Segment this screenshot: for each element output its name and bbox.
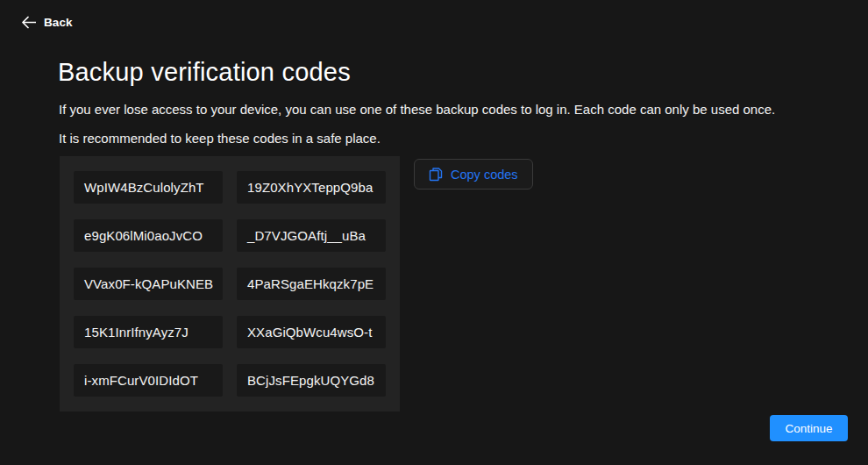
backup-code: _D7VJGOAftj__uBa [237,219,386,252]
description-line-2: It is recommended to keep these codes in… [59,131,381,146]
page-title: Backup verification codes [58,58,351,87]
backup-code: i-xmFCurV0IDIdOT [74,364,223,397]
back-label: Back [44,16,73,29]
backup-codes-panel: WpIW4BzCulolyZhT 19Z0XhYXTeppQ9ba e9gK06… [60,156,400,411]
backup-code: WpIW4BzCulolyZhT [74,171,223,204]
backup-code: XXaGiQbWcu4wsO-t [237,316,386,348]
backup-code: 15K1InrIfnyAyz7J [74,316,223,348]
copy-icon [429,167,443,182]
back-button[interactable]: Back [21,16,73,29]
backup-codes-page: Back Backup verification codes If you ev… [0,0,868,465]
backup-code: BCjJsFEpgkUQYGd8 [237,364,386,397]
copy-codes-button[interactable]: Copy codes [414,159,533,190]
description-line-1: If you ever lose access to your device, … [59,102,775,117]
continue-button[interactable]: Continue [770,415,848,441]
backup-code: 19Z0XhYXTeppQ9ba [237,171,386,204]
backup-code: VVax0F-kQAPuKNEB [74,268,223,300]
backup-code: 4PaRSgaEHkqzk7pE [237,268,386,300]
copy-codes-label: Copy codes [451,168,518,182]
backup-code: e9gK06lMi0aoJvCO [74,219,223,252]
back-arrow-icon [21,16,36,29]
